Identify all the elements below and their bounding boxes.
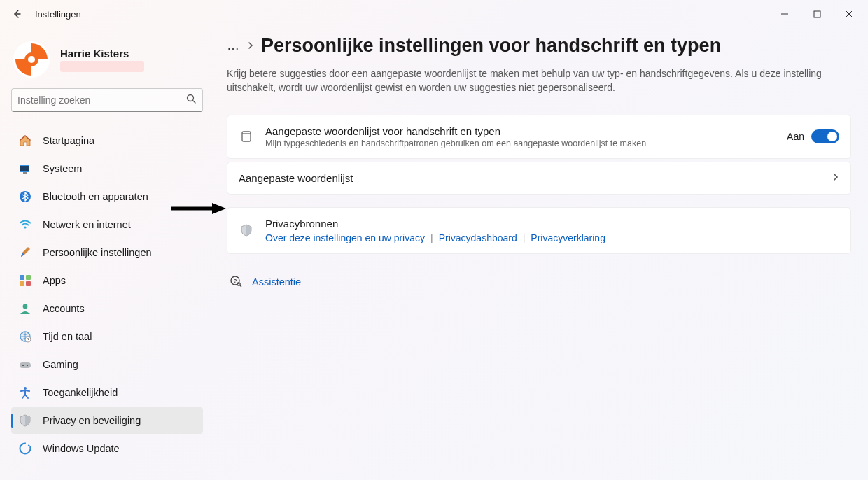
sidebar-item-update[interactable]: Windows Update — [11, 435, 203, 462]
toggle-switch[interactable] — [811, 129, 839, 143]
brush-icon — [18, 246, 32, 260]
chevron-right-icon — [832, 172, 839, 184]
card-title: Privacybronnen — [265, 218, 839, 230]
app-title: Instellingen — [35, 9, 81, 20]
chevron-right-icon — [247, 41, 254, 52]
sidebar-item-privacy[interactable]: Privacy en beveiliging — [11, 407, 203, 434]
apps-icon — [18, 274, 32, 288]
accessibility-icon — [18, 386, 32, 400]
search-icon — [186, 94, 197, 106]
svg-point-24 — [24, 387, 27, 390]
sidebar-item-bluetooth[interactable]: Bluetooth en apparaten — [11, 183, 203, 210]
separator: | — [430, 232, 433, 243]
sidebar-item-network[interactable]: Netwerk en internet — [11, 211, 203, 238]
sidebar-item-label: Bluetooth en apparaten — [43, 191, 148, 202]
card-custom-dictionary-nav[interactable]: Aangepaste woordenlijst — [227, 162, 851, 195]
card-privacy-resources: Privacybronnen Over deze instellingen en… — [227, 207, 851, 254]
page-description: Krijg betere suggesties door een aangepa… — [227, 66, 843, 95]
sidebar-item-label: Startpagina — [43, 135, 94, 146]
help-icon: ? — [230, 275, 242, 290]
sidebar-item-accounts[interactable]: Accounts — [11, 295, 203, 322]
maximize-button[interactable] — [801, 3, 833, 25]
gamepad-icon — [18, 358, 32, 372]
breadcrumb-more[interactable]: … — [227, 38, 240, 53]
card-custom-dictionary-toggle: Aangepaste woordenlijst voor handschrift… — [227, 115, 851, 159]
privacy-link-dashboard[interactable]: Privacydashboard — [439, 232, 517, 243]
svg-rect-21 — [20, 362, 31, 368]
sidebar-item-home[interactable]: Startpagina — [11, 127, 203, 154]
svg-rect-15 — [26, 275, 31, 280]
shield-icon — [239, 223, 254, 238]
globe-clock-icon — [18, 330, 32, 344]
sidebar-item-label: Systeem — [43, 163, 82, 174]
svg-rect-26 — [242, 132, 251, 141]
sidebar-item-personalization[interactable]: Persoonlijke instellingen — [11, 239, 203, 266]
sidebar-item-system[interactable]: Systeem — [11, 155, 203, 182]
svg-text:?: ? — [234, 278, 237, 284]
assist-link[interactable]: Assistentie — [252, 276, 301, 288]
user-name: Harrie Kisters — [60, 48, 144, 59]
svg-rect-10 — [20, 166, 29, 171]
sidebar-item-label: Gaming — [43, 359, 78, 370]
avatar — [13, 41, 50, 78]
svg-point-13 — [24, 226, 26, 228]
sidebar-item-apps[interactable]: Apps — [11, 267, 203, 294]
sidebar-item-accessibility[interactable]: Toegankelijkheid — [11, 379, 203, 406]
maximize-icon — [813, 10, 821, 18]
sidebar-item-gaming[interactable]: Gaming — [11, 351, 203, 378]
svg-point-22 — [22, 365, 24, 366]
close-button[interactable] — [833, 3, 865, 25]
sidebar-item-time-language[interactable]: Tijd en taal — [11, 323, 203, 350]
profile-block[interactable]: Harrie Kisters — [11, 41, 203, 78]
sidebar-item-label: Privacy en beveiliging — [43, 415, 141, 426]
update-icon — [18, 442, 32, 456]
shield-icon — [18, 414, 32, 428]
bluetooth-icon — [18, 190, 32, 204]
toggle-state-label: Aan — [787, 131, 804, 142]
svg-line-8 — [193, 101, 196, 104]
person-icon — [18, 302, 32, 316]
sidebar-item-label: Tijd en taal — [43, 331, 92, 342]
card-title: Aangepaste woordenlijst voor handschrift… — [265, 125, 776, 137]
user-email-redacted — [60, 61, 144, 72]
svg-point-18 — [23, 304, 28, 309]
sidebar-item-label: Persoonlijke instellingen — [43, 247, 152, 258]
page-title: Persoonlijke instellingen voor handschri… — [261, 35, 721, 57]
search-input[interactable] — [18, 94, 186, 106]
svg-rect-16 — [20, 281, 24, 286]
minimize-button[interactable] — [769, 3, 801, 25]
arrow-left-icon — [11, 8, 22, 20]
search-box[interactable] — [11, 88, 203, 112]
back-button[interactable] — [3, 0, 31, 28]
svg-rect-2 — [814, 11, 820, 17]
card-subtitle: Mijn typgeschiedenis en handschriftpatro… — [265, 139, 776, 148]
home-icon — [18, 134, 32, 148]
sidebar-item-label: Accounts — [43, 303, 85, 314]
dictionary-icon — [239, 129, 254, 144]
sidebar-item-label: Netwerk en internet — [43, 219, 131, 230]
wifi-icon — [18, 218, 32, 232]
close-icon — [845, 10, 853, 18]
sidebar-item-label: Windows Update — [43, 443, 120, 454]
svg-rect-17 — [26, 281, 31, 286]
privacy-link-about[interactable]: Over deze instellingen en uw privacy — [265, 232, 425, 243]
sidebar-item-label: Toegankelijkheid — [43, 387, 118, 398]
privacy-link-statement[interactable]: Privacyverklaring — [531, 232, 606, 243]
svg-point-23 — [27, 365, 28, 366]
svg-rect-14 — [20, 275, 24, 280]
minimize-icon — [780, 10, 789, 18]
system-icon — [18, 162, 32, 176]
svg-rect-11 — [23, 172, 27, 174]
separator: | — [523, 232, 526, 243]
assist-row[interactable]: ? Assistentie — [227, 271, 851, 294]
svg-line-31 — [240, 285, 242, 287]
card-title: Aangepaste woordenlijst — [239, 172, 821, 184]
sidebar-item-label: Apps — [43, 275, 66, 286]
